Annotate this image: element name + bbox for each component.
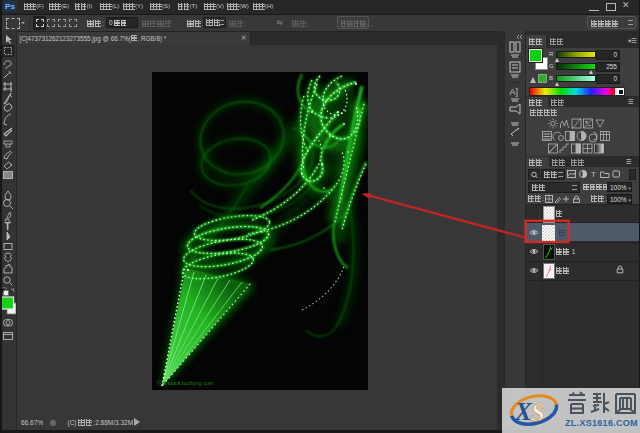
svg-text:T: T: [5, 221, 11, 232]
svg-text:ⓒB stock.tuchong.com: ⓒB stock.tuchong.com: [157, 380, 214, 386]
svg-text:A]: A]: [510, 87, 519, 97]
svg-text:S: S: [531, 399, 545, 426]
svg-text:T: T: [591, 170, 596, 178]
